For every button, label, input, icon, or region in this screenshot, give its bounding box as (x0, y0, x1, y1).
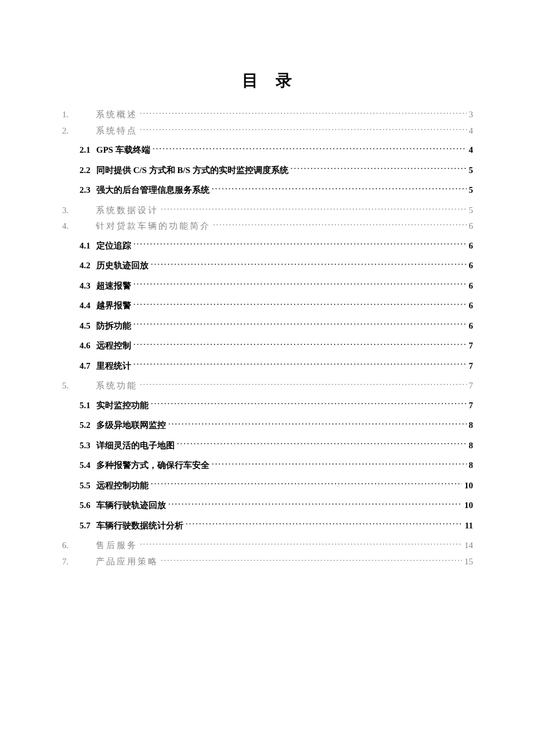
toc-number: 1. (62, 108, 96, 121)
toc-text: 系统特点 (96, 124, 138, 138)
toc-text: 针对贷款车辆的功能简介 (96, 219, 211, 233)
toc-leader-dots (186, 520, 463, 528)
toc-entry: 2.2同时提供 C/S 方式和 B/S 方式的实时监控调度系统5 (61, 164, 473, 177)
toc-number: 2. (62, 124, 96, 138)
toc-number: 5.7 (80, 519, 91, 532)
toc-leader-dots (153, 144, 467, 153)
toc-leader-dots (168, 419, 467, 428)
toc-number: 5.5 (80, 479, 91, 492)
toc-number: 7. (62, 555, 96, 568)
toc-entry: 2.3强大的后台管理信息服务系统5 (61, 183, 473, 197)
table-of-contents: 1.系统概述32.系统特点42.1 GPS 车载终端42.2同时提供 C/S 方… (61, 108, 473, 568)
toc-entry: 3.系统数据设计5 (61, 204, 473, 217)
toc-text: 远程控制 (96, 339, 131, 352)
toc-leader-dots (151, 260, 467, 268)
toc-page-number: 6 (469, 279, 474, 293)
toc-leader-dots (134, 360, 467, 369)
toc-leader-dots (134, 280, 467, 289)
toc-leader-dots (151, 480, 462, 488)
toc-entry: 6.售后服务14 (61, 539, 473, 552)
toc-page-number: 7 (469, 359, 474, 373)
toc-page-number: 6 (469, 219, 474, 233)
toc-entry: 7.产品应用策略15 (61, 555, 473, 568)
toc-number: 5. (62, 379, 96, 393)
toc-entry: 4.7里程统计7 (61, 359, 473, 373)
toc-leader-dots (140, 109, 467, 117)
toc-text: 车辆行驶轨迹回放 (96, 499, 166, 512)
toc-leader-dots (168, 499, 462, 508)
toc-page-number: 8 (469, 419, 474, 432)
toc-number: 5.3 (80, 439, 91, 452)
toc-text: 实时监控功能 (96, 399, 149, 412)
toc-leader-dots (161, 556, 462, 564)
toc-text: 多种报警方式，确保行车安全 (96, 459, 210, 472)
toc-entry: 5.3详细灵活的电子地图8 (61, 439, 473, 452)
toc-page-number: 10 (464, 479, 473, 492)
toc-page-number: 4 (469, 143, 474, 157)
toc-page-number: 6 (469, 319, 474, 333)
toc-page-number: 7 (469, 399, 474, 412)
toc-text: 产品应用策略 (96, 555, 158, 568)
toc-leader-dots (212, 459, 467, 468)
toc-number: 6. (62, 539, 96, 552)
toc-leader-dots (212, 184, 467, 193)
toc-text: 越界报警 (96, 299, 131, 312)
toc-text: GPS 车载终端 (96, 143, 150, 157)
toc-page-number: 10 (464, 499, 473, 512)
toc-entry: 5.4多种报警方式，确保行车安全8 (61, 459, 473, 472)
toc-leader-dots (134, 340, 467, 348)
toc-leader-dots (151, 399, 467, 408)
toc-leader-dots (140, 539, 462, 548)
toc-number: 2.3 (80, 183, 91, 197)
toc-number: 4.5 (80, 319, 91, 333)
toc-entry: 2.1 GPS 车载终端4 (61, 143, 473, 157)
toc-number: 4.4 (80, 299, 91, 312)
toc-number: 2.1 (80, 143, 91, 157)
toc-entry: 5.5远程控制功能10 (61, 479, 473, 492)
toc-entry: 4.针对贷款车辆的功能简介6 (61, 219, 473, 233)
toc-text: 多级异地联网监控 (96, 419, 166, 432)
toc-entry: 4.3超速报警6 (61, 279, 473, 293)
toc-entry: 5.2多级异地联网监控8 (61, 419, 473, 432)
toc-page-number: 8 (469, 459, 474, 472)
toc-page-number: 5 (469, 204, 474, 217)
toc-leader-dots (291, 164, 467, 173)
toc-leader-dots (140, 380, 467, 388)
toc-entry: 4.5防拆功能6 (61, 319, 473, 333)
toc-text: 详细灵活的电子地图 (96, 439, 175, 452)
toc-text: 定位追踪 (96, 239, 131, 253)
toc-entry: 5.系统功能7 (61, 379, 473, 393)
toc-page-number: 11 (465, 519, 473, 532)
toc-text: 系统数据设计 (96, 204, 158, 217)
toc-page-number: 7 (469, 379, 474, 393)
toc-number: 5.4 (80, 459, 91, 472)
toc-text: 售后服务 (96, 539, 138, 552)
toc-number: 5.2 (80, 419, 91, 432)
toc-entry: 2.系统特点4 (61, 124, 473, 138)
toc-page-number: 14 (464, 539, 473, 552)
toc-entry: 4.1定位追踪6 (61, 239, 473, 253)
toc-entry: 5.6车辆行驶轨迹回放10 (61, 499, 473, 512)
toc-number: 4.7 (80, 359, 91, 373)
toc-page-number: 3 (469, 108, 474, 121)
toc-leader-dots (140, 125, 467, 134)
toc-page-number: 7 (469, 339, 474, 352)
toc-text: 车辆行驶数据统计分析 (96, 519, 183, 532)
toc-page-number: 5 (469, 183, 474, 197)
toc-number: 4. (62, 219, 96, 233)
toc-page-number: 5 (469, 164, 474, 177)
toc-page-number: 4 (469, 124, 474, 138)
toc-text: 远程控制功能 (96, 479, 149, 492)
toc-leader-dots (134, 240, 467, 249)
toc-page-number: 6 (469, 259, 474, 272)
toc-page-number: 8 (469, 439, 474, 452)
toc-text: 系统功能 (96, 379, 138, 393)
toc-page-number: 15 (464, 555, 473, 568)
toc-text: 超速报警 (96, 279, 131, 293)
toc-number: 2.2 (80, 164, 91, 177)
toc-text: 系统概述 (96, 108, 138, 121)
toc-text: 里程统计 (96, 359, 131, 373)
toc-text: 防拆功能 (96, 319, 131, 333)
toc-entry: 4.6远程控制7 (61, 339, 473, 352)
toc-text: 强大的后台管理信息服务系统 (96, 183, 210, 197)
